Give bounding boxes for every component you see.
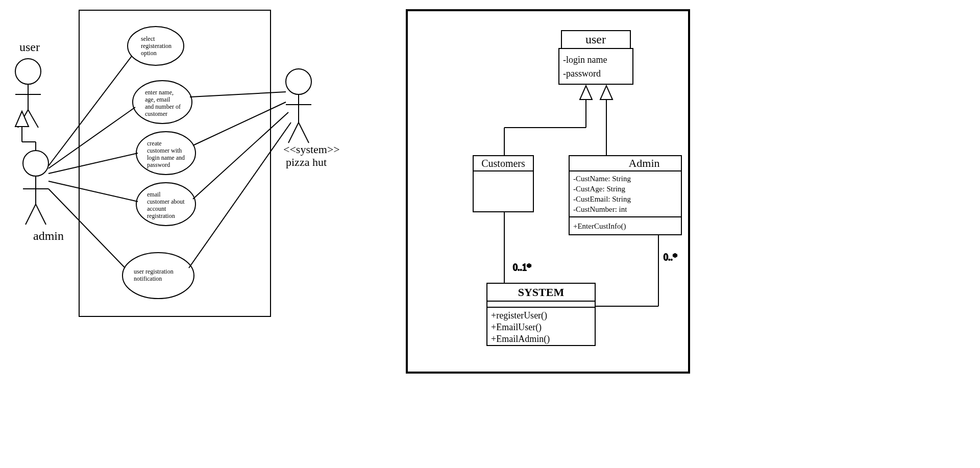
assoc-customers-system: 0..1*: [504, 212, 531, 283]
actor-user: user: [15, 40, 41, 128]
svg-line-50: [190, 92, 286, 97]
svg-marker-59: [580, 86, 592, 100]
svg-line-45: [48, 56, 132, 166]
svg-text:admin: admin: [33, 229, 64, 242]
svg-text:Customers: Customers: [481, 158, 525, 169]
svg-text:select: select: [141, 35, 155, 42]
svg-text:-CustAge: String: -CustAge: String: [573, 185, 626, 193]
svg-text:age, email: age, email: [145, 96, 170, 103]
svg-text:-CustEmail: String: -CustEmail: String: [573, 195, 631, 203]
svg-text:and number of: and number of: [145, 103, 181, 110]
svg-text:customer about: customer about: [147, 198, 185, 205]
svg-text:user: user: [19, 40, 40, 54]
svg-text:-password: -password: [563, 68, 601, 79]
class-diagram: user -login name -password Customers Adm…: [407, 10, 689, 373]
svg-text:option: option: [141, 50, 157, 57]
svg-text:registration: registration: [147, 212, 175, 219]
assoc-admin-system: 0..*: [595, 235, 677, 306]
svg-text:0..*: 0..*: [664, 252, 677, 262]
svg-line-19: [288, 122, 299, 143]
svg-text:customer with: customer with: [147, 147, 182, 154]
svg-text:password: password: [147, 161, 170, 168]
svg-marker-6: [15, 111, 29, 127]
svg-point-16: [286, 69, 311, 94]
svg-point-10: [23, 151, 48, 176]
svg-line-49: [48, 189, 125, 268]
usecase-create-customer: create customer with login name and pass…: [136, 132, 195, 175]
usecase-select-registration: select registeration option: [128, 27, 184, 65]
system-associations: [189, 92, 291, 268]
svg-line-20: [299, 122, 309, 143]
svg-text:account: account: [147, 205, 166, 212]
svg-text:notification: notification: [134, 275, 162, 282]
svg-text:0..1*: 0..1*: [513, 262, 531, 273]
svg-line-47: [48, 153, 138, 174]
svg-text:+EmailUser(): +EmailUser(): [491, 322, 542, 333]
usecase-registration-notification: user registration notification: [122, 253, 194, 299]
svg-rect-56: [559, 48, 633, 84]
class-customers: Customers: [473, 156, 533, 212]
svg-text:-CustNumber: int: -CustNumber: int: [573, 205, 627, 213]
svg-text:email: email: [147, 191, 161, 198]
svg-line-52: [193, 112, 288, 199]
svg-text:enter name,: enter name,: [145, 89, 174, 96]
svg-line-5: [28, 110, 38, 128]
svg-line-13: [26, 204, 36, 225]
svg-text:+registerUser(): +registerUser(): [491, 310, 547, 321]
svg-text:login name and: login name and: [147, 154, 185, 161]
usecase-email-customer: email customer about account registratio…: [136, 183, 195, 226]
svg-text:create: create: [147, 140, 162, 147]
svg-text:-login name: -login name: [563, 55, 607, 65]
svg-rect-84: [487, 301, 595, 307]
class-system: SYSTEM +registerUser() +EmailUser() +Ema…: [487, 283, 595, 346]
actor-admin: admin: [23, 151, 64, 242]
svg-point-1: [15, 59, 41, 84]
svg-line-14: [36, 204, 46, 225]
svg-text:SYSTEM: SYSTEM: [518, 286, 565, 299]
svg-text:user: user: [585, 33, 606, 46]
svg-line-46: [48, 107, 135, 168]
svg-line-48: [48, 181, 138, 202]
svg-text:+EnterCustInfo(): +EnterCustInfo(): [573, 222, 626, 231]
svg-rect-67: [473, 171, 533, 212]
svg-text:+EmailAdmin(): +EmailAdmin(): [491, 334, 550, 344]
svg-line-53: [189, 122, 291, 268]
generalization-customers: [504, 86, 592, 156]
svg-line-51: [193, 102, 286, 145]
svg-text:<<system>>: <<system>>: [283, 143, 340, 156]
generalization-admin: [600, 86, 612, 156]
svg-text:-CustName: String: -CustName: String: [573, 175, 631, 183]
svg-rect-68: [569, 156, 681, 171]
actor-system-pizza-hut: <<system>> pizza hut: [283, 69, 340, 168]
use-case-diagram: user admin: [15, 10, 340, 316]
class-user: user -login name -password: [559, 31, 633, 84]
svg-text:pizza hut: pizza hut: [286, 156, 327, 168]
svg-marker-63: [600, 86, 612, 100]
diagram-canvas: user admin: [0, 0, 980, 468]
svg-text:registeration: registeration: [141, 42, 172, 50]
svg-text:customer: customer: [145, 110, 167, 117]
usecase-enter-customer-info: enter name, age, email and number of cus…: [133, 81, 192, 124]
svg-text:user registration: user registration: [134, 268, 174, 275]
svg-text:Admin: Admin: [628, 157, 659, 169]
class-admin: Admin -CustName: String -CustAge: String…: [569, 156, 681, 235]
